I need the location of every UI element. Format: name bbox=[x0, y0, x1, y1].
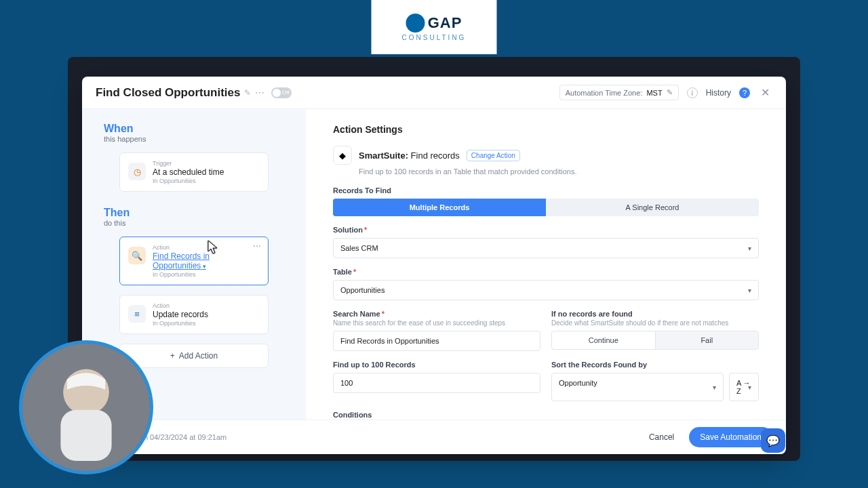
edit-title-icon[interactable]: ✎ bbox=[244, 88, 251, 98]
action1-sub: In Opportunities bbox=[153, 271, 260, 278]
plus-icon: + bbox=[170, 351, 175, 361]
smartsuite-app-icon: ◆ bbox=[333, 146, 352, 165]
action-find-records-card[interactable]: ⋯ 🔍 Action Find Records in Opportunities… bbox=[119, 237, 269, 285]
toggle-label: Off bbox=[282, 89, 290, 96]
app-desc: Find up to 100 records in an Table that … bbox=[359, 167, 759, 176]
history-link[interactable]: History bbox=[706, 88, 731, 98]
chat-fab[interactable]: 💬 bbox=[761, 428, 785, 453]
table-select[interactable]: Opportunities bbox=[333, 280, 759, 300]
cancel-button[interactable]: Cancel bbox=[641, 427, 682, 447]
presenter-webcam bbox=[19, 340, 153, 474]
add-action-button[interactable]: +Add Action bbox=[119, 344, 269, 368]
update-icon: ≡ bbox=[128, 305, 146, 323]
help-icon[interactable]: ? bbox=[739, 87, 750, 98]
search-icon: 🔍 bbox=[128, 247, 146, 264]
title-more-icon[interactable]: ⋯ bbox=[255, 87, 264, 98]
records-to-find-segment: Multiple Records A Single Record bbox=[333, 199, 759, 216]
close-icon[interactable]: ✕ bbox=[758, 86, 772, 99]
panel-title: Action Settings bbox=[333, 124, 759, 135]
action1-label: Action bbox=[153, 244, 260, 251]
solution-select[interactable]: Sales CRM bbox=[333, 238, 759, 258]
action-update-records-card[interactable]: ≡ Action Update records In Opportunities bbox=[119, 295, 269, 334]
records-to-find-label: Records To Find bbox=[333, 186, 759, 195]
then-header: Then do this bbox=[102, 207, 130, 227]
action1-title[interactable]: Find Records in Opportunities bbox=[153, 251, 260, 270]
brand-badge: GAP CONSULTING bbox=[372, 0, 497, 54]
modal-header: Find Closed Opportunities ✎ ⋯ Off Automa… bbox=[82, 77, 786, 109]
action2-title: Update records bbox=[153, 310, 260, 319]
action2-sub: In Opportunities bbox=[153, 320, 260, 327]
if-no-records-label: If no records are found bbox=[551, 310, 759, 318]
trigger-label: Trigger bbox=[153, 160, 260, 167]
info-icon[interactable]: i bbox=[687, 87, 698, 98]
trigger-sub: In Opportunities bbox=[153, 178, 260, 184]
fail-option[interactable]: Fail bbox=[655, 331, 759, 349]
then-sub: do this bbox=[104, 219, 130, 227]
person-icon bbox=[22, 344, 150, 471]
table-label: Table* bbox=[333, 268, 759, 276]
find-up-label: Find up to 100 Records bbox=[333, 361, 540, 369]
when-sub: this happens bbox=[104, 135, 146, 143]
brand-sub: CONSULTING bbox=[402, 34, 467, 41]
svg-rect-2 bbox=[60, 410, 111, 461]
sort-direction-select[interactable]: A → Z bbox=[729, 373, 759, 401]
brand-name: GAP bbox=[428, 14, 462, 32]
sort-field-select[interactable]: Opportunity bbox=[551, 373, 724, 401]
action2-label: Action bbox=[153, 302, 260, 309]
search-name-hint: Name this search for the ease of use in … bbox=[333, 319, 540, 327]
automation-title: Find Closed Opportunities bbox=[96, 86, 240, 100]
automation-modal: Find Closed Opportunities ✎ ⋯ Off Automa… bbox=[82, 77, 786, 454]
card-more-icon[interactable]: ⋯ bbox=[253, 241, 261, 251]
continue-option[interactable]: Continue bbox=[552, 331, 655, 349]
tz-label: Automation Time Zone: bbox=[566, 89, 643, 97]
solution-label: Solution* bbox=[333, 226, 759, 234]
action-settings-panel: Action Settings ◆ SmartSuite: Find recor… bbox=[306, 109, 786, 420]
single-record-option[interactable]: A Single Record bbox=[546, 199, 759, 216]
brand-logo-icon bbox=[406, 14, 425, 33]
trigger-card[interactable]: ◷ Trigger At a scheduled time In Opportu… bbox=[119, 152, 269, 192]
app-name: SmartSuite: Find records bbox=[359, 150, 460, 161]
trigger-title: At a scheduled time bbox=[153, 167, 260, 177]
when-title: When bbox=[104, 123, 146, 135]
save-automation-button[interactable]: Save Automation bbox=[689, 427, 772, 447]
tz-value: MST bbox=[646, 89, 662, 97]
timezone-pill[interactable]: Automation Time Zone: MST ✎ bbox=[559, 85, 679, 100]
when-header: When this happens bbox=[102, 123, 146, 143]
search-name-input[interactable] bbox=[333, 331, 540, 351]
add-action-label: Add Action bbox=[179, 351, 218, 361]
sort-by-label: Sort the Records Found by bbox=[551, 361, 759, 369]
change-action-button[interactable]: Change Action bbox=[467, 150, 520, 161]
pencil-icon[interactable]: ✎ bbox=[667, 88, 673, 97]
if-no-records-segment: Continue Fail bbox=[551, 331, 759, 350]
then-title: Then bbox=[104, 207, 130, 219]
schedule-icon: ◷ bbox=[128, 163, 146, 180]
search-name-label: Search Name* bbox=[333, 310, 540, 318]
find-limit-input[interactable] bbox=[333, 373, 540, 393]
automation-toggle[interactable]: Off bbox=[271, 87, 292, 98]
if-no-records-hint: Decide what SmartSuite should do if ther… bbox=[551, 319, 759, 327]
conditions-label: Conditions bbox=[333, 411, 759, 419]
multiple-records-option[interactable]: Multiple Records bbox=[333, 199, 546, 216]
modal-footer: th Pronovost on 04/23/2024 at 09:21am Ca… bbox=[82, 420, 786, 454]
